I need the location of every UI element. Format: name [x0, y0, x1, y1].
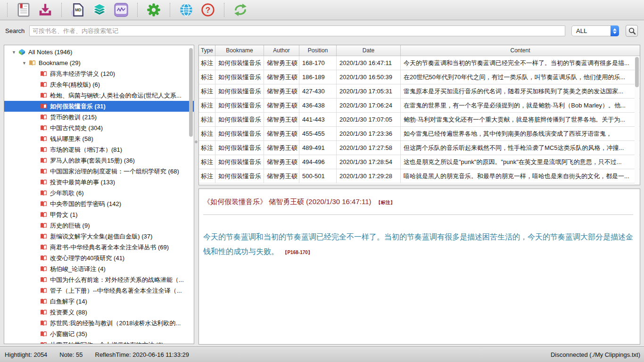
- column-header-content[interactable]: Content: [401, 45, 640, 56]
- column-header-date[interactable]: Date: [337, 45, 401, 56]
- sidebar-item[interactable]: ▼: [4, 58, 194, 68]
- globe-button[interactable]: [178, 2, 194, 18]
- sidebar-item-label: 历史的巨镜 (9): [50, 222, 90, 230]
- sidebar-item-label: 中国国家治理的制度逻辑：一个组织学研究 (68): [50, 167, 179, 176]
- table-scrollbar[interactable]: [635, 57, 639, 184]
- sidebar-item[interactable]: ▼: [4, 329, 194, 339]
- book-icon: [40, 255, 47, 262]
- sidebar-item[interactable]: ▼: [4, 231, 194, 242]
- sidebar-item[interactable]: ▼: [4, 339, 194, 344]
- sidebar-item[interactable]: ▼: [4, 68, 194, 79]
- sidebar-item-label: 苏世民:我的经验与教训（2018读桥水达利欧的...: [50, 319, 181, 328]
- import-download-icon: [38, 2, 53, 17]
- table-row[interactable]: 标注 如何假装懂音乐 储智勇王硕 436-438 2020/1/30 17:06…: [199, 99, 640, 113]
- import-button[interactable]: [37, 2, 53, 18]
- sidebar-item[interactable]: ▼: [4, 112, 194, 123]
- table-row[interactable]: 标注 如何假装懂音乐 储智勇王硕 455-455 2020/1/30 17:23…: [199, 127, 640, 141]
- sidebar-item[interactable]: ▼: [4, 209, 194, 220]
- sidebar-item[interactable]: ▼: [4, 318, 194, 329]
- table-row[interactable]: 标注 如何假装懂音乐 储智勇王硕 500-501 2020/1/30 17:29…: [199, 169, 640, 183]
- search-input[interactable]: [29, 25, 565, 36]
- search-go-button[interactable]: [626, 25, 638, 37]
- sidebar-item[interactable]: ▼: [4, 155, 194, 166]
- status-highlight-count: Hightlight: 2054: [5, 351, 47, 358]
- cell-position: 455-455: [299, 127, 337, 140]
- note-body-text: 今天的节奏蓝调和当初的节奏蓝调已经完全不一样了。当初的节奏蓝调有很多是描述困苦生…: [203, 233, 633, 255]
- sidebar-item[interactable]: ▼: [4, 198, 194, 209]
- sidebar-item[interactable]: ▼: [4, 47, 194, 58]
- sidebar-item[interactable]: ▼: [4, 188, 194, 198]
- note-detail-panel: 《如何假装懂音乐》 储智勇王硕 (2020/1/30 16:47:11) 【标注…: [198, 189, 640, 345]
- book-icon: [40, 320, 47, 327]
- sidebar-item[interactable]: ▼: [4, 90, 194, 101]
- book-tree: ▼: [4, 45, 194, 344]
- table-row[interactable]: 标注 如何假装懂音乐 储智勇王硕 168-170 2020/1/30 16:47…: [199, 56, 640, 70]
- cell-type: 标注: [199, 99, 215, 112]
- cell-content: 今天的节奏蓝调和当初的节奏蓝调已经完全不一样了。当初的节奏蓝调有很多是描...: [401, 56, 640, 70]
- statistics-button[interactable]: [113, 2, 129, 18]
- cell-author: 储智勇王硕: [264, 113, 299, 126]
- sidebar-item[interactable]: ▼: [4, 274, 194, 285]
- cell-author: 储智勇王硕: [264, 169, 299, 183]
- column-header-author[interactable]: Author: [264, 45, 299, 56]
- cell-type: 标注: [199, 84, 215, 98]
- markdown-export-button[interactable]: MD: [70, 2, 86, 18]
- table-row[interactable]: 标注 如何假装懂音乐 储智勇王硕 489-491 2020/1/30 17:27…: [199, 141, 640, 155]
- sidebar-item[interactable]: ▼: [4, 242, 194, 253]
- column-header-position[interactable]: Position: [299, 45, 337, 56]
- cell-position: 500-501: [299, 169, 337, 183]
- sidebar-item[interactable]: ▼: [4, 144, 194, 155]
- sidebar-scrollbar-thumb[interactable]: [189, 48, 193, 137]
- sidebar-item[interactable]: ▼: [4, 220, 194, 231]
- sidebar-item[interactable]: ▼: [4, 296, 194, 307]
- settings-button[interactable]: [146, 2, 162, 18]
- cell-type: 标注: [199, 141, 215, 155]
- sidebar-item[interactable]: ▼: [4, 123, 194, 133]
- sidebar-item-label: 市场的逻辑（增订本）(81): [50, 146, 122, 154]
- sidebar-item[interactable]: ▼: [4, 177, 194, 188]
- svg-text:MD: MD: [75, 8, 81, 12]
- cell-position: 436-438: [299, 99, 337, 112]
- sidebar-item[interactable]: ▼: [4, 133, 194, 144]
- filter-dropdown[interactable]: ALL: [571, 25, 619, 36]
- book-icon: [40, 265, 47, 272]
- help-button[interactable]: ?: [200, 2, 216, 18]
- sidebar-item[interactable]: ▼: [4, 285, 194, 296]
- splitter-handle[interactable]: [195, 140, 198, 143]
- status-connection: Disconnected (./My Clippings.txt): [551, 351, 640, 358]
- notes-button[interactable]: [16, 2, 32, 18]
- all-notes-icon: [18, 49, 25, 56]
- table-row[interactable]: 标注 如何假装懂音乐 储智勇王硕 494-496 2020/1/30 17:28…: [199, 155, 640, 169]
- book-icon: [40, 233, 47, 240]
- cell-position: 489-491: [299, 141, 337, 155]
- table-row[interactable]: 标注 如何假装懂音乐 储智勇王硕 186-189 2020/1/30 16:50…: [199, 70, 640, 84]
- sidebar-item[interactable]: ▼: [4, 79, 194, 90]
- cell-date: 2020/1/30 17:28:54: [337, 155, 401, 169]
- notes-icon: [16, 2, 31, 17]
- sidebar-item-label: 钱从哪里来 (58): [50, 135, 93, 143]
- column-header-type[interactable]: Type: [199, 45, 215, 56]
- sidebar-scrollbar[interactable]: [189, 47, 193, 341]
- sync-button[interactable]: [232, 2, 248, 18]
- notes-table-panel: Type Bookname Author Position Date Conte…: [198, 45, 640, 185]
- sidebar-item[interactable]: ▼: [4, 253, 194, 263]
- layers-export-button[interactable]: [91, 2, 107, 18]
- table-row[interactable]: 标注 如何假装懂音乐 储智勇王硕 441-443 2020/1/30 17:07…: [199, 113, 640, 127]
- table-scrollbar-thumb[interactable]: [635, 57, 639, 87]
- sidebar-item[interactable]: ▼: [4, 101, 194, 112]
- column-header-bookname[interactable]: Bookname: [215, 45, 264, 56]
- book-icon: [40, 309, 47, 316]
- expand-arrow-icon[interactable]: ▼: [22, 61, 29, 66]
- sidebar-item[interactable]: ▼: [4, 307, 194, 318]
- sidebar-item-label: 少年凯歌 (6): [50, 189, 84, 197]
- cell-bookname: 如何假装懂音乐: [215, 99, 264, 112]
- sidebar-item[interactable]: ▼: [4, 263, 194, 274]
- cell-date: 2020/1/30 17:27:58: [337, 141, 401, 155]
- cell-date: 2020/1/30 17:05:31: [337, 84, 401, 98]
- search-label: Search: [5, 27, 25, 34]
- sidebar-item-label: 管子（上下册）--中华经典名著全本全注全译（...: [50, 287, 182, 295]
- expand-arrow-icon[interactable]: ▼: [12, 50, 18, 55]
- table-row[interactable]: 标注 如何假装懂音乐 储智勇王硕 427-430 2020/1/30 17:05…: [199, 84, 640, 99]
- note-detail-title: 《如何假装懂音乐》 储智勇王硕 (2020/1/30 16:47:11) 【标注…: [203, 197, 633, 206]
- sidebar-item[interactable]: ▼: [4, 166, 194, 177]
